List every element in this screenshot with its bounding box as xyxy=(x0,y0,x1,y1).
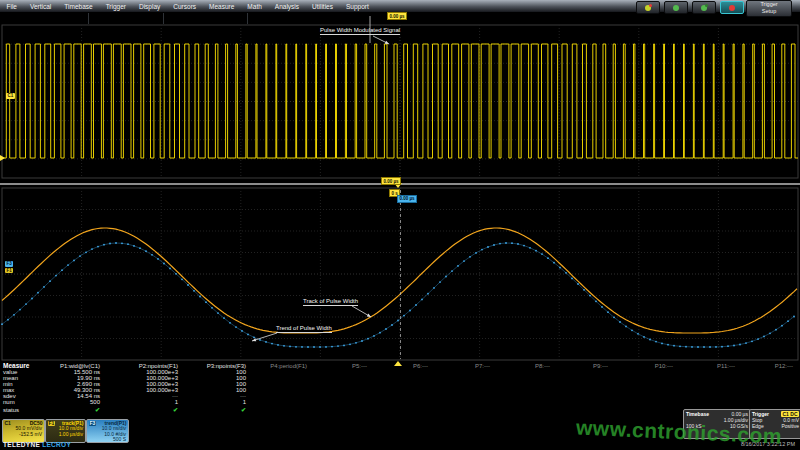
annotation-track-leader-head xyxy=(367,314,371,317)
grid-border xyxy=(2,188,798,360)
measure-col-header-p5[interactable]: P5:--- xyxy=(352,363,367,369)
menu-item-file[interactable]: File xyxy=(0,3,23,10)
f3-level-tag[interactable]: F3 xyxy=(5,261,13,267)
measure-col-header-p11[interactable]: P11:--- xyxy=(717,363,735,369)
c1-offset: -152.5 mV xyxy=(3,432,44,438)
auto-setup-button[interactable] xyxy=(636,1,660,14)
recall-icon xyxy=(701,5,707,11)
trigger-setup-button[interactable]: Trigger Setup xyxy=(746,0,792,17)
status-check-icon: ✔ xyxy=(173,407,178,413)
menu-item-analysis[interactable]: Analysis xyxy=(268,3,305,10)
trigger-setup-label-2: Setup xyxy=(747,8,791,15)
toolbar xyxy=(636,1,744,14)
save-icon xyxy=(673,5,679,11)
measure-col-header-p7[interactable]: P7:--- xyxy=(475,363,490,369)
status-check-icon: ✔ xyxy=(241,407,246,413)
recall-icon-badge xyxy=(705,4,708,7)
measure-row-label-status: status xyxy=(3,407,19,413)
measure-col-header-p9[interactable]: P9:--- xyxy=(593,363,608,369)
auto-setup-icon-badge xyxy=(649,4,652,7)
menu-item-display[interactable]: Display xyxy=(132,3,166,10)
trigger-time-marker[interactable]: 0.00 µs xyxy=(381,177,401,185)
annotation-track: Track of Pulse Width xyxy=(303,298,358,306)
trigger-setup-label-1: Trigger xyxy=(747,1,791,8)
oscilloscope-screen: FileVerticalTimebaseTriggerDisplayCursor… xyxy=(0,0,800,450)
c1-label: C1 xyxy=(5,421,11,427)
c1-ground-marker[interactable] xyxy=(0,155,5,161)
f3-label: F3 xyxy=(89,421,97,427)
measure-row-label-num: num xyxy=(3,399,15,405)
menu-item-timebase[interactable]: Timebase xyxy=(58,3,99,10)
menu-item-utilities[interactable]: Utilities xyxy=(306,3,340,10)
measure-col-header-p6[interactable]: P6:--- xyxy=(413,363,428,369)
logo-teledyne: TELEDYNE xyxy=(3,441,40,448)
c1-level-tag[interactable]: C1 xyxy=(6,93,15,99)
trigger-slope: Positive xyxy=(781,423,799,429)
record-stop-icon xyxy=(729,5,735,11)
f1-hscale: 1.00 µs/div xyxy=(46,432,85,438)
f3-time-marker[interactable]: 0.00 µs xyxy=(397,195,417,203)
menu-item-measure[interactable]: Measure xyxy=(203,3,241,10)
trigger-marker-bottom[interactable] xyxy=(394,361,402,366)
measure-value: 1 xyxy=(243,399,246,405)
save-button[interactable] xyxy=(664,1,688,14)
waveform-display xyxy=(0,0,800,450)
measure-col-header-p12[interactable]: P12:--- xyxy=(775,363,793,369)
recall-button[interactable] xyxy=(692,1,716,14)
measure-value: 1 xyxy=(175,399,178,405)
measure-col-header-p10[interactable]: P10:--- xyxy=(655,363,673,369)
menu-item-math[interactable]: Math xyxy=(241,3,268,10)
record-stop-button[interactable] xyxy=(720,1,744,14)
f3-descriptor-box[interactable]: F3 trend(P1) 10.0 ns/div 10.0 #/div 500 … xyxy=(86,419,129,443)
menu-item-trigger[interactable]: Trigger xyxy=(99,3,132,10)
measure-col-header-p8[interactable]: P8:--- xyxy=(535,363,550,369)
f3-samples: 500 S xyxy=(87,437,128,443)
f1-label: F1 xyxy=(48,421,56,427)
timebase-label: Timebase xyxy=(686,411,709,417)
measure-value: 500 xyxy=(90,399,100,405)
f1-descriptor-box[interactable]: F1 track(P1) 10.0 ns/div 1.00 µs/div xyxy=(45,419,86,443)
logo-lecroy: LECROY xyxy=(42,441,71,448)
annotation-pwm-signal: Pulse Width Modulated Signal xyxy=(320,27,400,35)
menu-item-cursors[interactable]: Cursors xyxy=(167,3,203,10)
top-time-marker[interactable]: 0.00 µs xyxy=(387,12,407,20)
measure-col-header-p4[interactable]: P4:period(F1) xyxy=(270,363,307,369)
menu-item-support[interactable]: Support xyxy=(339,3,375,10)
f1-level-tag[interactable]: F1 xyxy=(5,268,13,274)
annotation-trend: Trend of Pulse Width xyxy=(276,325,332,333)
c1-descriptor-box[interactable]: C1 DC50 50.0 mV/div -152.5 mV xyxy=(2,419,45,443)
teledyne-lecroy-logo: TELEDYNE LECROY xyxy=(3,441,71,448)
annotation-pwm-leader-head xyxy=(385,41,389,44)
menu-item-vertical[interactable]: Vertical xyxy=(23,3,57,10)
status-check-icon: ✔ xyxy=(95,407,100,413)
auto-setup-icon xyxy=(645,5,651,11)
